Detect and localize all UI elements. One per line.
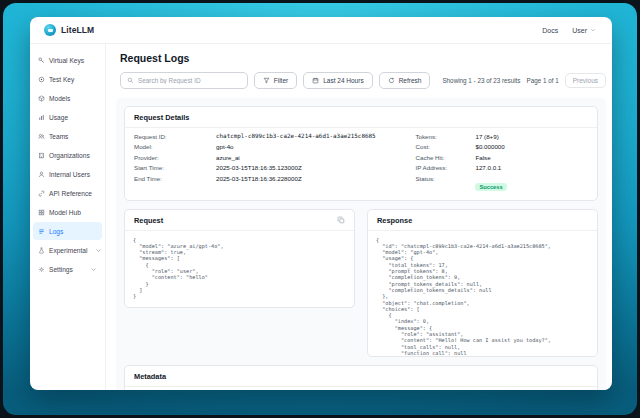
cost-value: $0.000000 xyxy=(475,143,588,150)
previous-page-button[interactable]: Previous xyxy=(565,73,606,88)
page-title: Request Logs xyxy=(120,52,612,64)
target-icon xyxy=(38,76,45,83)
link-icon xyxy=(38,190,45,197)
docs-link[interactable]: Docs xyxy=(542,27,558,34)
brand: LiteLLM xyxy=(44,24,94,36)
sidebar-item-experimental[interactable]: Experimental xyxy=(33,241,102,259)
brand-name: LiteLLM xyxy=(61,25,94,35)
refresh-button[interactable]: Refresh xyxy=(379,72,431,89)
response-panel-title: Response xyxy=(377,216,412,225)
sidebar-item-usage[interactable]: Usage xyxy=(33,108,102,126)
user-menu[interactable]: User xyxy=(572,27,596,34)
bar-chart-icon xyxy=(38,114,45,121)
key-icon xyxy=(38,57,45,64)
time-range-button[interactable]: Last 24 Hours xyxy=(303,72,372,89)
calendar-icon xyxy=(312,77,319,84)
sidebar: Virtual Keys Test Key Models Usage Teams… xyxy=(30,44,106,390)
building-icon xyxy=(38,152,45,159)
gear-icon xyxy=(38,266,45,273)
sidebar-item-model-hub[interactable]: Model Hub xyxy=(33,203,102,221)
response-json: { "id": "chatcmpl-c899c1b3-ca2e-4214-a6d… xyxy=(368,231,597,357)
metadata-panel-title: Metadata xyxy=(134,372,166,381)
flask-icon xyxy=(38,247,45,254)
end-time-value: 2025-03-15T18:16:36.228000Z xyxy=(216,175,415,182)
response-panel: Response { "id": "chatcmpl-c899c1b3-ca2e… xyxy=(367,209,598,357)
request-id-value: chatcmpl-c899c1b3-ca2e-4214-a6d1-a3ae215… xyxy=(216,133,415,140)
sidebar-item-test-key[interactable]: Test Key xyxy=(33,70,102,88)
person-icon xyxy=(38,171,45,178)
sidebar-item-models[interactable]: Models xyxy=(33,89,102,107)
results-summary: Showing 1 - 23 of 23 results xyxy=(442,77,520,84)
search-input[interactable] xyxy=(138,77,241,84)
request-panel: Request { "model": "azure_ai/gpt-4o", "s… xyxy=(124,209,355,308)
litellm-logo-icon xyxy=(44,24,56,36)
sidebar-item-internal-users[interactable]: Internal Users xyxy=(33,165,102,183)
request-details-card: Request Details Request ID: chatcmpl-c89… xyxy=(124,106,598,201)
funnel-icon xyxy=(263,77,270,84)
status-badge: Success xyxy=(475,183,506,191)
cache-hit-value: False xyxy=(475,154,588,161)
app-window: LiteLLM Docs User Virtual Keys Test Key … xyxy=(30,17,612,390)
refresh-icon xyxy=(388,77,395,84)
filter-button[interactable]: Filter xyxy=(254,72,297,89)
metadata-panel: Metadata xyxy=(124,365,598,390)
request-panel-title: Request xyxy=(134,216,163,225)
request-json: { "model": "azure_ai/gpt-4o", "stream": … xyxy=(125,231,354,307)
people-icon xyxy=(38,133,45,140)
provider-value: azure_ai xyxy=(216,154,415,161)
toolbar: Filter Last 24 Hours Refresh Showing 1 -… xyxy=(120,72,606,89)
ip-address-value: 127.0.0.1 xyxy=(475,164,588,171)
tokens-value: 17 (8+9) xyxy=(475,133,588,140)
sidebar-item-organizations[interactable]: Organizations xyxy=(33,146,102,164)
cube-icon xyxy=(38,95,45,102)
main-content: Request Logs Filter Last 24 Hours Refres… xyxy=(106,44,612,390)
sidebar-item-settings[interactable]: Settings xyxy=(33,260,102,278)
copy-icon[interactable] xyxy=(337,216,345,224)
chevron-down-icon xyxy=(590,27,596,33)
start-time-value: 2025-03-15T18:16:35.123000Z xyxy=(216,164,415,171)
grid-icon xyxy=(38,209,45,216)
expanded-log-detail: Request Details Request ID: chatcmpl-c89… xyxy=(116,98,606,390)
sidebar-item-api-reference[interactable]: API Reference xyxy=(33,184,102,202)
sidebar-item-teams[interactable]: Teams xyxy=(33,127,102,145)
chevron-down-icon xyxy=(95,247,102,254)
search-box[interactable] xyxy=(120,72,248,89)
search-icon xyxy=(127,77,134,84)
request-details-title: Request Details xyxy=(134,113,189,122)
sidebar-item-logs[interactable]: Logs xyxy=(33,222,102,240)
top-bar: LiteLLM Docs User xyxy=(30,17,612,44)
page-info: Page 1 of 1 xyxy=(526,77,558,84)
model-value: gpt-4o xyxy=(216,143,415,150)
list-icon xyxy=(38,228,45,235)
chevron-down-icon xyxy=(90,266,97,273)
sidebar-item-virtual-keys[interactable]: Virtual Keys xyxy=(33,51,102,69)
